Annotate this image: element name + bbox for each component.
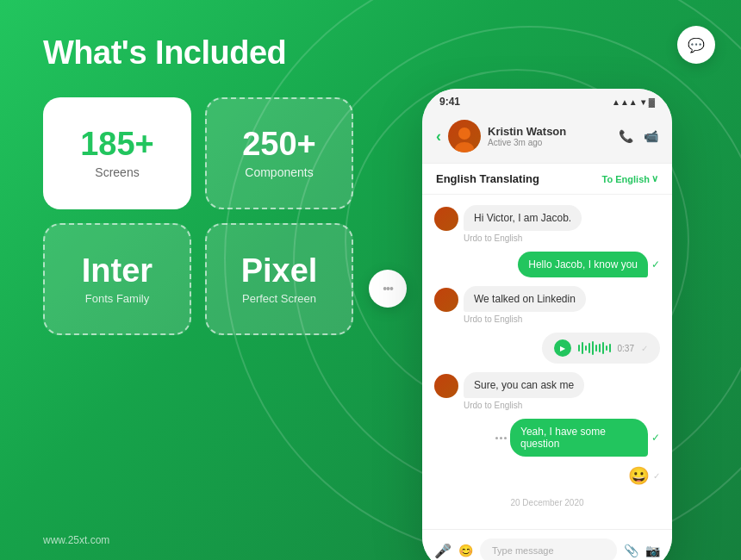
components-number: 250+: [242, 128, 316, 160]
bubble-6: Yeah, I have some question: [510, 419, 648, 457]
camera-icon[interactable]: 📷: [645, 544, 660, 557]
wave-bar: [592, 341, 594, 355]
bubble-2: Hello Jacob, I know you: [518, 252, 648, 277]
message-row-5: Sure, you can ask me: [434, 372, 660, 398]
bubble-3: We talked on Linkedin: [464, 286, 586, 312]
wave-bar: [582, 342, 583, 354]
svg-point-1: [455, 142, 474, 152]
dot-3: [504, 437, 507, 439]
inter-label: Inter: [82, 254, 153, 287]
status-icons: ▲▲▲ ▾ ▓: [612, 97, 655, 107]
pixel-sublabel: Perfect Screen: [242, 292, 316, 305]
bubble-5: Sure, you can ask me: [464, 372, 584, 398]
video-call-icon[interactable]: 📹: [644, 129, 658, 143]
input-placeholder: Type message: [492, 545, 554, 556]
message-group-2: Hello Jacob, I know you ✓: [434, 252, 660, 277]
chat-input-bar: 🎤 😊 Type message 📎 📷: [422, 529, 672, 560]
translation-note-1: Urdo to English: [464, 233, 660, 243]
phone-call-icon[interactable]: 📞: [619, 129, 633, 143]
message-group-6: Yeah, I have some question ✓: [434, 419, 660, 457]
avatar-svg: [452, 125, 476, 152]
translation-note-5: Urdo to English: [464, 401, 660, 410]
back-arrow-icon[interactable]: ‹: [436, 128, 441, 146]
status-time: 9:41: [439, 96, 460, 108]
phone-mockup: 9:41 ▲▲▲ ▾ ▓ ‹: [422, 89, 672, 560]
check-icon-1: ✓: [651, 258, 660, 271]
three-dots: [495, 437, 507, 439]
battery-icon: ▓: [649, 97, 655, 107]
audio-check-icon: ✓: [641, 344, 648, 353]
cards-grid: 185+ Screens 250+ Components Inter Fonts…: [43, 97, 353, 335]
page-container: 💬 What's Included 185+ Screens 250+ Comp…: [0, 0, 741, 560]
phone-content: 9:41 ▲▲▲ ▾ ▓ ‹: [422, 89, 672, 560]
emoji-icon: 😀: [628, 465, 650, 486]
contact-status: Active 3m ago: [488, 138, 612, 147]
message-row-1: Hi Victor, I am Jacob.: [434, 205, 660, 231]
contact-name: Kristin Watson: [488, 125, 612, 138]
contact-info: Kristin Watson Active 3m ago: [488, 125, 612, 147]
msg-avatar-1: [434, 207, 458, 231]
attachment-icon[interactable]: 📎: [624, 544, 638, 557]
play-button[interactable]: ▶: [554, 339, 571, 357]
msg-avatar-3: [434, 288, 458, 312]
card-pixel: Pixel Perfect Screen: [205, 223, 353, 335]
floating-chat-icon-middle: •••: [369, 270, 407, 308]
message-row-3: We talked on Linkedin: [434, 286, 660, 312]
translation-note-3: Urdo to English: [464, 314, 660, 324]
cards-section: 185+ Screens 250+ Components Inter Fonts…: [43, 97, 353, 335]
chat-messages: Hi Victor, I am Jacob. Urdo to English H…: [422, 195, 672, 529]
signal-icon: ▲▲▲: [612, 97, 638, 107]
translation-label: English Translating: [436, 172, 539, 185]
card-components: 250+ Components: [205, 97, 353, 209]
translation-bar: English Translating To English ∨: [422, 164, 672, 195]
audio-message: ▶: [434, 333, 660, 364]
waveform: [578, 341, 611, 355]
chat-header: ‹ Kristin Watson Active 3m ago: [422, 113, 672, 164]
screens-number: 185+: [80, 128, 154, 160]
content-area: 185+ Screens 250+ Components Inter Fonts…: [43, 97, 698, 560]
microphone-icon[interactable]: 🎤: [434, 543, 451, 559]
watermark: www.25xt.com: [43, 534, 109, 546]
wave-bar: [585, 345, 587, 351]
wave-bar: [595, 345, 597, 352]
message-group-5: Sure, you can ask me Urdo to English: [434, 372, 660, 410]
chat-dots-icon: •••: [383, 282, 393, 296]
msg-avatar-5: [434, 374, 458, 398]
emoji-message: 😀 ✓: [434, 465, 660, 486]
emoji-check-icon: ✓: [653, 471, 660, 481]
wave-bar: [606, 345, 607, 351]
card-inter: Inter Fonts Family: [43, 223, 191, 335]
audio-time: 0:37: [618, 344, 634, 353]
pixel-label: Pixel: [241, 254, 318, 287]
message-input[interactable]: Type message: [480, 538, 617, 560]
wave-bar: [609, 344, 611, 352]
chat-bubble-icon-1: 💬: [688, 37, 705, 53]
floating-chat-icon-top: 💬: [677, 26, 715, 64]
date-divider: 20 December 2020: [434, 495, 660, 511]
chevron-down-icon: ∨: [651, 173, 658, 184]
message-group-3: We talked on Linkedin Urdo to English: [434, 286, 660, 324]
wifi-icon: ▾: [641, 97, 645, 107]
wave-bar: [578, 345, 580, 352]
play-icon: ▶: [560, 345, 565, 352]
bubble-1: Hi Victor, I am Jacob.: [464, 205, 582, 231]
check-icon-2: ✓: [651, 432, 660, 444]
contact-avatar: [448, 120, 481, 152]
emoji-button[interactable]: 😊: [458, 544, 473, 557]
screens-label: Screens: [95, 165, 139, 179]
avatar-image: [448, 120, 481, 152]
svg-point-0: [458, 128, 470, 140]
dot-1: [495, 437, 498, 439]
card-screens: 185+ Screens: [43, 97, 191, 209]
header-actions: 📞 📹: [619, 129, 658, 143]
message-group-1: Hi Victor, I am Jacob. Urdo to English: [434, 205, 660, 243]
components-label: Components: [245, 165, 313, 179]
page-title: What's Included: [43, 34, 698, 72]
wave-bar: [599, 344, 601, 352]
audio-bubble[interactable]: ▶: [542, 333, 660, 364]
status-bar: 9:41 ▲▲▲ ▾ ▓: [422, 89, 672, 113]
dot-2: [500, 437, 502, 439]
inter-sublabel: Fonts Family: [85, 292, 149, 305]
wave-bar: [602, 342, 604, 354]
translation-target[interactable]: To English ∨: [602, 173, 658, 184]
